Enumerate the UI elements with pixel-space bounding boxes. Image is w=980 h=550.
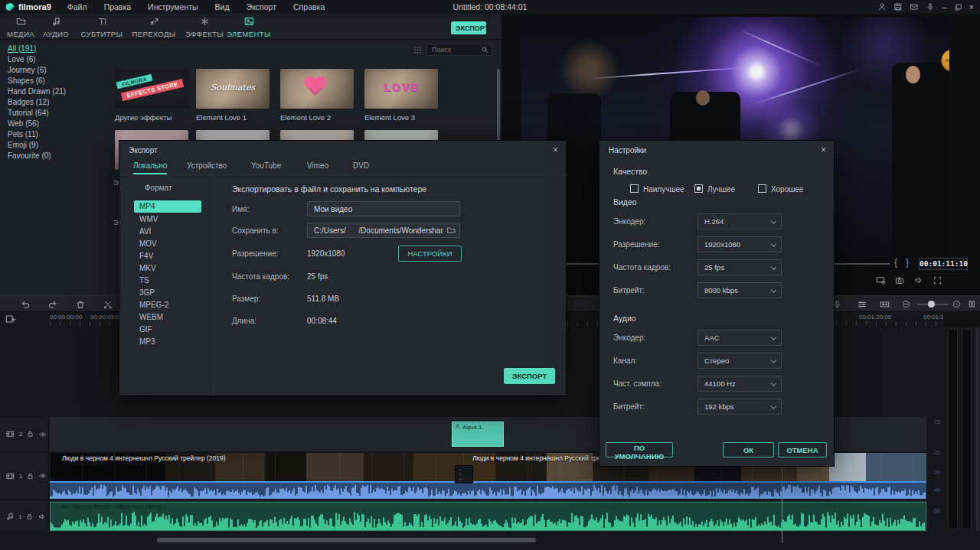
audio-samplerate-select[interactable]: 44100 Hz [697,376,782,392]
speaker-icon[interactable] [38,513,47,521]
category-all[interactable]: All (191) [0,43,107,54]
element-thumb-love3[interactable]: LOVE [364,69,438,109]
split-scissors-icon[interactable] [103,299,113,310]
tab-audio[interactable]: АУДИО [37,16,75,38]
menu-help[interactable]: Справка [285,0,333,14]
format-mp4[interactable]: MP4 [134,200,201,213]
search-icon[interactable] [481,46,492,54]
minimize-button[interactable]: – [942,0,946,14]
format-mkv[interactable]: MKV [134,262,201,275]
audio-bitrate-select[interactable]: 192 kbps [697,399,782,415]
category-badges[interactable]: Badges (12) [0,96,107,107]
audio-encoder-select[interactable]: AAC [697,330,782,346]
account-icon[interactable] [877,2,887,11]
display-settings-icon[interactable] [875,275,887,285]
fullscreen-icon[interactable] [933,275,942,285]
video-encoder-select[interactable]: H.264 [697,213,782,229]
save-icon[interactable] [893,2,903,11]
export-path-input[interactable] [307,223,460,238]
video-clip-1[interactable]: Люди в черном 4 интернешнл Русский трейл… [50,453,463,481]
category-journey[interactable]: Journey (6) [0,64,107,75]
tab-media[interactable]: МЕДИА [2,16,40,38]
search-input[interactable] [427,46,481,54]
zoom-slider-knob[interactable] [928,301,935,308]
quality-good-checkbox[interactable] [758,184,766,193]
format-ts[interactable]: TS [134,275,201,287]
category-tutorial[interactable]: Tutorial (64) [0,107,107,118]
format-gif[interactable]: GIF [134,324,201,336]
zoom-fit-icon[interactable] [952,299,962,309]
format-mp3[interactable]: MP3 [134,336,201,348]
element-thumb-love2[interactable] [280,69,354,109]
video-framerate-select[interactable]: 25 fps [697,259,782,275]
snapshot-icon[interactable] [894,275,905,285]
volume-icon[interactable] [913,275,924,285]
music-clip[interactable]: 04 - Daniel Roeth - Napy and Neep [50,502,926,531]
category-favourite[interactable]: Favourite (0) [0,150,107,161]
undo-icon[interactable] [20,299,31,310]
video-bitrate-select[interactable]: 8000 kbps [697,282,782,298]
format-f4v[interactable]: F4V [134,250,201,262]
timeline-horizontal-scrollbar[interactable] [157,538,536,542]
microphone-icon[interactable] [926,2,935,11]
menu-export[interactable]: Экспорт [238,0,285,14]
element-thumb-effects-store[interactable]: FILMORA EFFECTS STORE [115,69,188,109]
menu-file[interactable]: Файл [59,0,96,14]
export-tab-local[interactable]: Локально [133,161,167,174]
category-pets[interactable]: Pets (11) [0,129,107,139]
tab-subtitles[interactable]: СУБТИТРЫ [78,16,126,38]
category-love[interactable]: Love (6) [0,54,107,64]
redo-icon[interactable] [47,299,58,310]
close-icon[interactable]: × [821,145,826,155]
tab-transitions[interactable]: ПЕРЕХОДЫ [129,16,179,38]
cancel-button[interactable]: ОТМЕНА [778,442,827,457]
quality-better-checkbox[interactable] [694,184,703,193]
menu-view[interactable]: Вид [207,0,238,14]
format-webm[interactable]: WEBM [134,311,201,324]
format-mpeg2[interactable]: MPEG-2 [134,299,201,311]
video-clip-audio-waveform[interactable] [50,481,926,499]
close-icon[interactable]: × [553,145,558,155]
manage-tracks-icon[interactable] [5,314,16,324]
mail-icon[interactable] [910,2,919,11]
eye-icon[interactable] [38,431,47,438]
mark-in-icon[interactable]: { [894,257,897,268]
export-tab-device[interactable]: Устройство [187,161,227,170]
lock-icon[interactable] [25,513,34,521]
category-web[interactable]: Web (56) [0,118,107,129]
double-bars-icon[interactable] [967,299,977,309]
lock-icon[interactable] [26,430,34,438]
close-window-button[interactable]: × [969,0,974,14]
element-thumb-love1[interactable]: Soulmates [196,69,270,109]
title-clip-aqua[interactable]: Aqua 1 [452,421,504,447]
track-header-video1[interactable]: 1 [0,453,49,499]
audio-channel-select[interactable]: Стерео [697,353,782,369]
track-header-audio1[interactable]: 1 [0,501,49,532]
quality-best-checkbox[interactable] [630,184,639,193]
video-resolution-select[interactable]: 1920x1080 [697,236,782,252]
category-emoji[interactable]: Emoji (9) [0,139,107,150]
default-button[interactable]: ПО УМОЛЧАНИЮ [606,442,673,457]
format-3gp[interactable]: 3GP [134,287,201,299]
settings-button[interactable]: НАСТРОЙКИ [398,246,462,262]
audio-mixer-icon[interactable] [857,299,867,310]
category-shapes[interactable]: Shapes (6) [0,75,107,86]
export-confirm-button[interactable]: ЭКСПОРТ [504,368,555,384]
track-header-video2[interactable]: 2 [0,417,49,451]
export-name-input[interactable] [307,201,460,216]
delete-icon[interactable] [75,299,86,310]
export-tab-dvd[interactable]: DVD [353,161,369,170]
keyframe-indicator[interactable]: → → → [455,465,473,483]
grid-view-icon[interactable] [413,46,422,54]
format-wmv[interactable]: WMV [134,213,201,226]
restore-button[interactable] [954,3,962,11]
zoom-out-icon[interactable] [901,299,911,309]
timeline-vertical-scrollbar[interactable] [976,327,979,532]
menu-edit[interactable]: Правка [96,0,139,14]
export-button[interactable]: ЭКСПОРТ [451,21,486,34]
lock-icon[interactable] [26,472,34,480]
menu-tools[interactable]: Инструменты [139,0,206,14]
export-tab-youtube[interactable]: YouTube [251,161,281,170]
ok-button[interactable]: ОК [723,442,774,457]
browse-folder-icon[interactable] [446,226,456,235]
